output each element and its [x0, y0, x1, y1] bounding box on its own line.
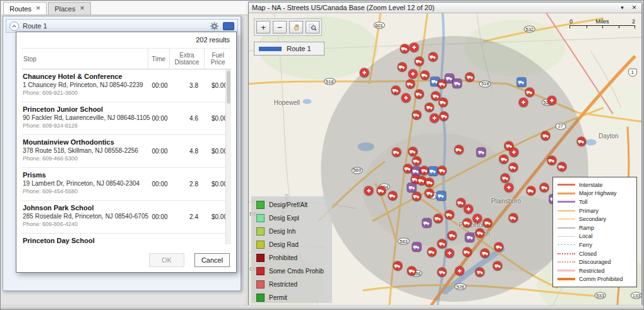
truck-restriction-marker[interactable]: [455, 145, 463, 154]
truck-poi-purple-marker[interactable]: [407, 183, 416, 192]
truck-restriction-marker[interactable]: [429, 52, 438, 61]
truck-poi-purple-marker[interactable]: [465, 233, 474, 242]
medical-poi-marker[interactable]: [547, 96, 556, 105]
truck-restriction-marker[interactable]: [448, 231, 456, 240]
truck-restriction-marker[interactable]: [480, 249, 489, 258]
table-row[interactable]: Chauncey Hotel & Conference 1 Chauncey R…: [21, 69, 231, 102]
medical-poi-marker[interactable]: [402, 93, 410, 102]
truck-restriction-marker[interactable]: [420, 71, 429, 80]
truck-poi-purple-marker[interactable]: [422, 218, 431, 227]
truck-restriction-marker[interactable]: [391, 86, 400, 95]
truck-poi-purple-marker[interactable]: [453, 79, 462, 88]
truck-restriction-marker[interactable]: [439, 98, 448, 107]
table-row[interactable]: Princeton Day School: [21, 234, 231, 244]
truck-restriction-marker[interactable]: [445, 210, 454, 219]
medical-poi-marker[interactable]: [408, 69, 417, 78]
map-canvas[interactable]: HopewellDaytonPlainsboroPrincetonJunctio…: [249, 13, 641, 306]
truck-restriction-marker[interactable]: [439, 112, 448, 121]
truck-restriction-marker[interactable]: [412, 157, 421, 165]
truck-restriction-marker[interactable]: [493, 261, 502, 270]
medical-poi-marker[interactable]: [410, 43, 419, 52]
truck-poi-purple-marker[interactable]: [412, 167, 420, 176]
truck-restriction-marker[interactable]: [547, 156, 556, 165]
truck-restriction-marker[interactable]: [415, 90, 424, 98]
truck-restriction-marker[interactable]: [425, 189, 434, 198]
results-scrollbar[interactable]: [225, 69, 231, 244]
medical-poi-marker[interactable]: [473, 214, 482, 223]
truck-restriction-marker[interactable]: [412, 110, 421, 119]
tab-routes[interactable]: Routes ✕: [3, 2, 47, 15]
truck-restriction-marker[interactable]: [427, 247, 436, 256]
gear-icon[interactable]: [210, 21, 219, 31]
truck-restriction-marker[interactable]: [463, 247, 472, 256]
truck-restriction-marker[interactable]: [558, 162, 566, 171]
truck-restriction-marker[interactable]: [483, 218, 492, 227]
ok-button[interactable]: OK: [149, 253, 184, 267]
truck-restriction-marker[interactable]: [388, 191, 397, 200]
truck-restriction-marker[interactable]: [407, 266, 416, 275]
truck-restriction-marker[interactable]: [475, 268, 484, 277]
truck-restriction-marker[interactable]: [527, 186, 535, 195]
truck-restriction-marker[interactable]: [400, 44, 409, 53]
truck-restriction-marker[interactable]: [465, 73, 474, 81]
truck-restriction-marker[interactable]: [412, 192, 421, 201]
table-row[interactable]: Prisms 19 Lambert Dr, Princeton, NJ 0854…: [21, 168, 231, 201]
truck-restriction-marker[interactable]: [438, 268, 446, 277]
close-icon[interactable]: ✕: [630, 4, 638, 11]
zoom-out-button[interactable]: −: [273, 21, 287, 33]
truck-restriction-marker[interactable]: [509, 213, 518, 222]
truck-restriction-marker[interactable]: [438, 239, 446, 248]
truck-restriction-marker[interactable]: [392, 148, 401, 157]
truck-restriction-marker[interactable]: [501, 174, 510, 182]
table-row[interactable]: Johnson Park School 285 Rosedale Rd, Pri…: [21, 201, 231, 234]
truck-restriction-marker[interactable]: [541, 131, 550, 140]
truck-restriction-marker[interactable]: [438, 166, 446, 175]
truck-restriction-marker[interactable]: [475, 229, 484, 237]
truck-restriction-marker[interactable]: [415, 57, 424, 66]
close-icon[interactable]: ✕: [80, 6, 85, 11]
tab-places[interactable]: Places ✕: [48, 2, 91, 15]
truck-restriction-marker[interactable]: [408, 147, 417, 156]
zoom-in-button[interactable]: +: [256, 21, 270, 33]
truck-restriction-marker[interactable]: [403, 164, 412, 173]
truck-restriction-marker[interactable]: [509, 163, 518, 172]
truck-restriction-marker[interactable]: [456, 198, 465, 207]
truck-restriction-marker[interactable]: [434, 214, 443, 223]
table-row[interactable]: Princeton Junior School 90 Fackler Rd, L…: [21, 102, 231, 135]
truck-poi-blue-marker[interactable]: [429, 167, 438, 176]
medical-poi-marker[interactable]: [504, 183, 513, 192]
truck-restriction-marker[interactable]: [577, 137, 586, 146]
close-icon[interactable]: ✕: [36, 6, 41, 11]
medical-poi-marker[interactable]: [510, 148, 518, 157]
truck-restriction-marker[interactable]: [425, 178, 434, 187]
truck-poi-blue-marker[interactable]: [437, 191, 446, 200]
medical-poi-marker[interactable]: [364, 186, 373, 195]
collapse-route-button[interactable]: [9, 21, 19, 31]
truck-restriction-marker[interactable]: [406, 80, 415, 88]
truck-restriction-marker[interactable]: [525, 88, 534, 97]
truck-restriction-marker[interactable]: [463, 218, 472, 227]
truck-poi-purple-marker[interactable]: [412, 242, 421, 251]
truck-restriction-marker[interactable]: [499, 155, 508, 164]
truck-restriction-marker[interactable]: [425, 103, 434, 112]
truck-poi-purple-marker[interactable]: [477, 148, 486, 157]
medical-poi-marker[interactable]: [360, 68, 369, 77]
medical-poi-marker[interactable]: [445, 249, 454, 258]
table-row[interactable]: Mountainview Orthodontics 378 Route 518,…: [21, 135, 231, 168]
truck-restriction-marker[interactable]: [398, 63, 407, 71]
truck-restriction-marker[interactable]: [420, 166, 429, 175]
cancel-button[interactable]: Cancel: [194, 253, 230, 267]
medical-poi-marker[interactable]: [519, 98, 528, 107]
zoom-box-button[interactable]: [306, 21, 319, 33]
medical-poi-marker[interactable]: [464, 205, 473, 213]
pan-button[interactable]: [289, 21, 303, 33]
collapse-icon[interactable]: ▾: [618, 4, 626, 11]
truck-poi-blue-marker[interactable]: [517, 78, 526, 86]
medical-poi-marker[interactable]: [455, 266, 464, 275]
scrollbar-thumb[interactable]: [227, 71, 230, 104]
truck-restriction-marker[interactable]: [393, 261, 402, 270]
truck-restriction-marker[interactable]: [540, 183, 549, 192]
medical-poi-marker[interactable]: [430, 114, 439, 122]
truck-restriction-marker[interactable]: [494, 242, 503, 251]
truck-restriction-marker[interactable]: [377, 186, 386, 195]
